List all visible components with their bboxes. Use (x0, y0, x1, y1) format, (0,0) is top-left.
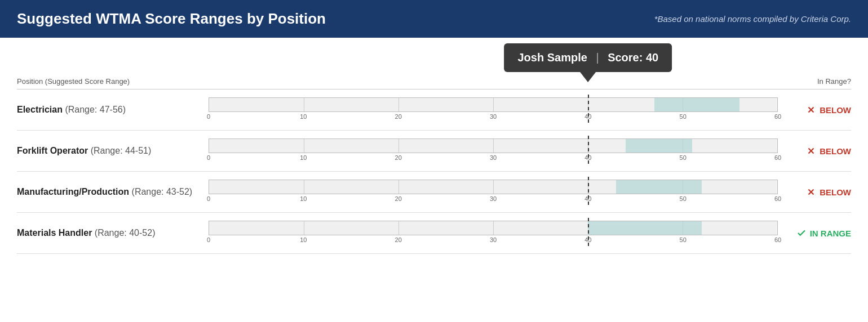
score-dashed-line (588, 95, 589, 123)
status-label: BELOW (820, 187, 851, 197)
range-highlight (616, 180, 701, 194)
axis-tick-label: 10 (300, 113, 307, 120)
chart-axis: 0102030405060 (209, 195, 778, 204)
axis-tick-label: 20 (395, 154, 402, 161)
axis-tick-label: 50 (680, 236, 687, 243)
axis-tick-label: 50 (680, 195, 687, 202)
range-highlight (626, 139, 692, 153)
axis-tick-label: 0 (207, 236, 210, 243)
header-note: *Based on national norms compiled by Cri… (654, 14, 851, 24)
table-row: Materials Handler (Range: 40-52)01020304… (17, 213, 851, 254)
status-label: IN RANGE (810, 229, 851, 238)
axis-tick-label: 50 (680, 154, 687, 161)
chart-grid-line (304, 180, 304, 194)
row-chart: 0102030405060 (209, 180, 778, 204)
axis-tick-label: 30 (490, 236, 497, 243)
axis-tick-label: 30 (490, 154, 497, 161)
status-label: BELOW (820, 146, 851, 156)
tooltip-score-value: 40 (646, 51, 658, 64)
row-label: Materials Handler (Range: 40-52) (17, 228, 209, 238)
table-row: Electrician (Range: 47-56)0102030405060B… (17, 90, 851, 131)
chart-axis: 0102030405060 (209, 113, 778, 122)
row-chart: 0102030405060 (209, 97, 778, 122)
axis-tick-label: 10 (300, 154, 307, 161)
table-row: Manufacturing/Production (Range: 43-52)0… (17, 172, 851, 213)
tooltip-name: Josh Sample (517, 51, 587, 64)
axis-tick-label: 0 (207, 113, 210, 120)
axis-tick-label: 20 (395, 195, 402, 202)
axis-tick-label: 10 (300, 195, 307, 202)
chart-grid-line (398, 139, 399, 153)
x-icon (806, 105, 816, 115)
status-label: BELOW (820, 105, 851, 115)
score-dashed-line (588, 177, 589, 205)
table-row: Forklift Operator (Range: 44-51)01020304… (17, 131, 851, 172)
axis-tick-label: 0 (207, 154, 210, 161)
check-icon (796, 228, 807, 238)
axis-tick-label: 60 (774, 154, 781, 161)
position-column-header: Position (Suggested Score Range) (17, 77, 209, 86)
x-icon (806, 187, 816, 197)
page-header: Suggested WTMA Score Ranges by Position … (0, 0, 868, 38)
row-status: BELOW (778, 105, 851, 115)
range-column-header: In Range? (778, 77, 851, 86)
axis-tick-label: 20 (395, 236, 402, 243)
row-status: BELOW (778, 187, 851, 197)
score-dashed-line (588, 136, 589, 164)
row-label: Electrician (Range: 47-56) (17, 105, 209, 115)
chart-grid-line (398, 98, 399, 111)
chart-grid-line (304, 98, 304, 111)
axis-tick-label: 20 (395, 113, 402, 120)
chart-grid-line (398, 180, 399, 194)
axis-tick-label: 60 (774, 195, 781, 202)
chart-axis: 0102030405060 (209, 236, 778, 245)
row-status: BELOW (778, 146, 851, 156)
column-headers: Position (Suggested Score Range) In Rang… (17, 38, 851, 90)
chart-grid-line (493, 98, 494, 111)
chart-grid-line (493, 180, 494, 194)
score-tooltip: Josh Sample | Score: 40 (504, 43, 672, 72)
axis-tick-label: 10 (300, 236, 307, 243)
range-highlight (588, 221, 702, 235)
axis-tick-label: 0 (207, 195, 210, 202)
range-highlight (654, 98, 739, 111)
axis-tick-label: 30 (490, 195, 497, 202)
tooltip-separator: | (596, 51, 599, 64)
page-title: Suggested WTMA Score Ranges by Position (17, 10, 326, 28)
chart-grid-line (493, 139, 494, 153)
axis-tick-label: 60 (774, 236, 781, 243)
chart-grid-line (493, 221, 494, 235)
row-label: Forklift Operator (Range: 44-51) (17, 146, 209, 156)
axis-tick-label: 30 (490, 113, 497, 120)
row-chart: 0102030405060 (209, 138, 778, 163)
axis-tick-label: 60 (774, 113, 781, 120)
main-content: Josh Sample | Score: 40 Position (Sugges… (0, 38, 868, 265)
chart-grid-line (304, 221, 304, 235)
tooltip-box: Josh Sample | Score: 40 (504, 43, 672, 72)
score-dashed-line (588, 218, 589, 246)
tooltip-score-label: Score: (608, 51, 643, 64)
x-icon (806, 146, 816, 156)
row-label: Manufacturing/Production (Range: 43-52) (17, 187, 209, 197)
rows-container: Electrician (Range: 47-56)0102030405060B… (17, 90, 851, 254)
chart-grid-line (304, 139, 304, 153)
row-chart: 0102030405060 (209, 221, 778, 245)
chart-axis: 0102030405060 (209, 154, 778, 163)
axis-tick-label: 50 (680, 113, 687, 120)
row-status: IN RANGE (778, 228, 851, 238)
chart-grid-line (398, 221, 399, 235)
